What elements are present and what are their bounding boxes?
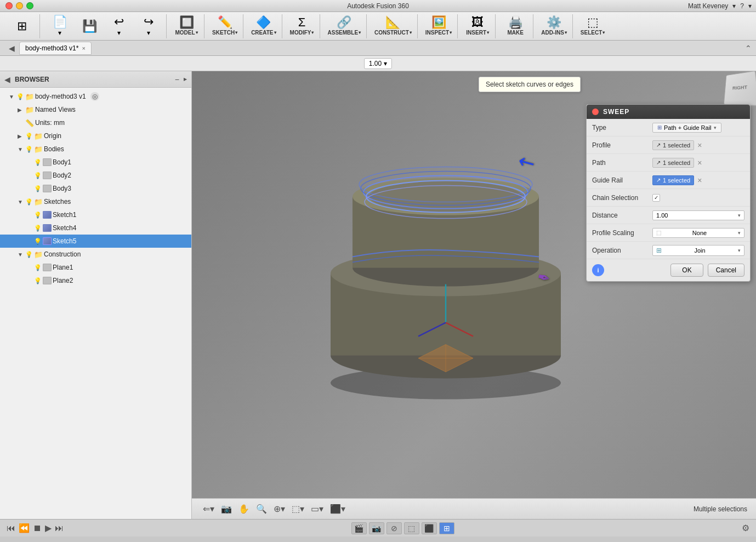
- path-clear-button[interactable]: ×: [697, 158, 702, 167]
- help-icon[interactable]: ?: [740, 2, 744, 10]
- type-dropdown[interactable]: ⊞ Path + Guide Rail ▾: [652, 123, 721, 133]
- display-mode-button[interactable]: ⬚▾: [289, 503, 306, 515]
- redo-button[interactable]: ↪ ▾: [134, 14, 163, 38]
- zoom-drop-button[interactable]: ⊕▾: [271, 503, 287, 515]
- timeline-icon-6[interactable]: ⊞: [439, 522, 454, 534]
- timeline-icon-1[interactable]: 🎬: [351, 522, 367, 534]
- viewcube[interactable]: RIGHT: [723, 71, 756, 104]
- timeline-icon-5[interactable]: ⬛: [422, 522, 437, 534]
- sidebar-item-sketch1[interactable]: 💡 Sketch1: [0, 208, 191, 221]
- maximize-icon[interactable]: ⌃: [745, 44, 752, 53]
- info-button[interactable]: i: [592, 264, 604, 276]
- timeline-icon-4[interactable]: ⬚: [404, 522, 419, 534]
- guide-rail-clear-button[interactable]: ×: [697, 176, 702, 185]
- zoom-bar: 1.00 ▾: [0, 56, 756, 71]
- modify-button[interactable]: Σ MODIFY ▾: [288, 14, 316, 38]
- active-tab[interactable]: body-method3 v1* ×: [19, 42, 92, 55]
- inspect-section: 🖼️ INSPECT ▾: [420, 14, 458, 38]
- apps-button[interactable]: ⊞: [8, 14, 36, 38]
- tab-label: body-method3 v1*: [25, 44, 78, 52]
- bulb-icon-sketches: 💡: [25, 198, 33, 206]
- assemble-button[interactable]: 🔗 ASSEMBLE ▾: [326, 14, 363, 38]
- timeline-icon-3[interactable]: ⊘: [386, 522, 402, 534]
- sidebar-item-sketch4[interactable]: 💡 Sketch4: [0, 221, 191, 235]
- guide-rail-selected-badge[interactable]: ↗ 1 selected: [652, 175, 694, 185]
- distance-field[interactable]: 1.00 ▾: [652, 210, 744, 220]
- inspect-button[interactable]: 🖼️ INSPECT ▾: [423, 14, 454, 38]
- sidebar-collapse-button[interactable]: ◀: [4, 75, 10, 84]
- profile-scaling-field[interactable]: ⬚ None ▾: [652, 228, 744, 238]
- playback-end-button[interactable]: ⏭: [55, 523, 64, 533]
- sidebar-item-body2[interactable]: 💡 Body2: [0, 169, 191, 182]
- sidebar-item-body3[interactable]: 💡 Body3: [0, 182, 191, 195]
- viewport[interactable]: ↖ ✒ Select sketch curves or edges RIGHT …: [192, 71, 756, 519]
- zoom-control[interactable]: 1.00 ▾: [364, 58, 392, 69]
- sweep-path-label: Path: [592, 159, 652, 167]
- env-button[interactable]: ⬛▾: [328, 503, 348, 515]
- sidebar-options-button[interactable]: ▶: [184, 77, 187, 82]
- chevron-down-icon: ▾: [732, 2, 736, 10]
- construct-label: CONSTRUCT ▾: [374, 30, 412, 36]
- sweep-close-button[interactable]: [592, 109, 599, 115]
- profile-clear-button[interactable]: ×: [697, 141, 702, 150]
- cancel-button[interactable]: Cancel: [708, 264, 744, 277]
- grid-button[interactable]: ▭▾: [309, 503, 326, 515]
- playback-play-button[interactable]: ▶: [45, 523, 52, 533]
- sidebar-item-origin[interactable]: ▶ 💡 📁 Origin: [0, 129, 191, 142]
- sidebar-item-named-views[interactable]: ▶ 📁 Named Views: [0, 103, 191, 116]
- status-bar: ⏮ ⏪ ⏹ ▶ ⏭ 🎬 📷 ⊘ ⬚ ⬛ ⊞ ⚙: [0, 519, 756, 537]
- sidebar-item-plane1[interactable]: 💡 Plane1: [0, 261, 191, 274]
- zoom-button[interactable]: 🔍: [254, 503, 269, 515]
- close-button[interactable]: [5, 2, 13, 9]
- settings-button[interactable]: ⚙: [742, 523, 749, 533]
- make-button[interactable]: 🖨️ MAKE: [501, 14, 530, 38]
- playback-stop-button[interactable]: ⏹: [33, 523, 42, 533]
- sketch-button[interactable]: ✏️ SKETCH ▾: [210, 14, 240, 38]
- checkmark-icon: ✓: [654, 195, 658, 201]
- sidebar-item-sketch5[interactable]: 💡 Sketch5: [0, 235, 191, 248]
- user-name[interactable]: Matt Keveney: [688, 2, 728, 10]
- sidebar-minus-button[interactable]: −: [175, 75, 179, 84]
- select-button[interactable]: ⬚ SELECT ▾: [578, 14, 607, 38]
- path-selected-badge[interactable]: ↗ 1 selected: [652, 158, 694, 168]
- model-button[interactable]: 🔲 MODEL ▾: [172, 14, 201, 38]
- insert-button[interactable]: 🖼 INSERT ▾: [463, 14, 492, 38]
- new-button[interactable]: 📄 ▾: [46, 14, 74, 38]
- camera-button[interactable]: 📷: [219, 503, 234, 515]
- sweep-guide-rail-row: Guide Rail ↗ 1 selected ×: [587, 172, 750, 189]
- timeline-icon-2[interactable]: 📷: [369, 522, 384, 534]
- orbit-button[interactable]: ⇐▾: [201, 503, 217, 515]
- sidebar-item-construction[interactable]: ▼ 💡 📁 Construction: [0, 248, 191, 261]
- ok-button[interactable]: OK: [670, 264, 703, 277]
- viewcube-face[interactable]: RIGHT: [724, 71, 756, 106]
- undo-button[interactable]: ↩ ▾: [105, 14, 133, 38]
- insert-icon: 🖼: [471, 16, 484, 28]
- chain-selection-checkbox[interactable]: ✓: [652, 194, 660, 202]
- playback-prev-button[interactable]: ⏪: [19, 523, 30, 533]
- plane1-label: Plane1: [53, 264, 73, 271]
- insert-label: INSERT ▾: [466, 30, 489, 36]
- sidebar-item-plane2[interactable]: 💡 Plane2: [0, 274, 191, 287]
- sidebar-item-root[interactable]: ▼ 💡 📁 body-method3 v1 ◎: [0, 90, 191, 103]
- minimize-button[interactable]: [16, 2, 23, 9]
- sidebar-item-body1[interactable]: 💡 Body1: [0, 156, 191, 169]
- operation-field[interactable]: ⊞ Join ▾: [652, 245, 744, 256]
- maximize-button[interactable]: [26, 2, 33, 9]
- save-button[interactable]: 💾: [75, 14, 104, 38]
- pan-button[interactable]: ✋: [236, 503, 252, 515]
- select-icon: ⬚: [587, 16, 599, 28]
- addins-label: ADD-INS ▾: [541, 30, 567, 36]
- construct-button[interactable]: 📐 CONSTRUCT ▾: [372, 14, 414, 38]
- window-controls[interactable]: [5, 2, 33, 9]
- addins-button[interactable]: ⚙️ ADD-INS ▾: [539, 14, 569, 38]
- sidebar-item-sketches[interactable]: ▼ 💡 📁 Sketches: [0, 195, 191, 208]
- folder-icon-bodies: 📁: [34, 145, 43, 153]
- tab-close-button[interactable]: ×: [82, 45, 85, 52]
- sweep-type-label: Type: [592, 124, 652, 132]
- create-button[interactable]: 🔷 CREATE ▾: [249, 14, 278, 38]
- target-icon[interactable]: ◎: [90, 92, 99, 101]
- collapse-sidebar-button[interactable]: ◀: [7, 43, 17, 54]
- sidebar-item-bodies[interactable]: ▼ 💡 📁 Bodies: [0, 142, 191, 156]
- playback-start-button[interactable]: ⏮: [7, 523, 15, 533]
- profile-selected-badge[interactable]: ↗ 1 selected: [652, 140, 694, 150]
